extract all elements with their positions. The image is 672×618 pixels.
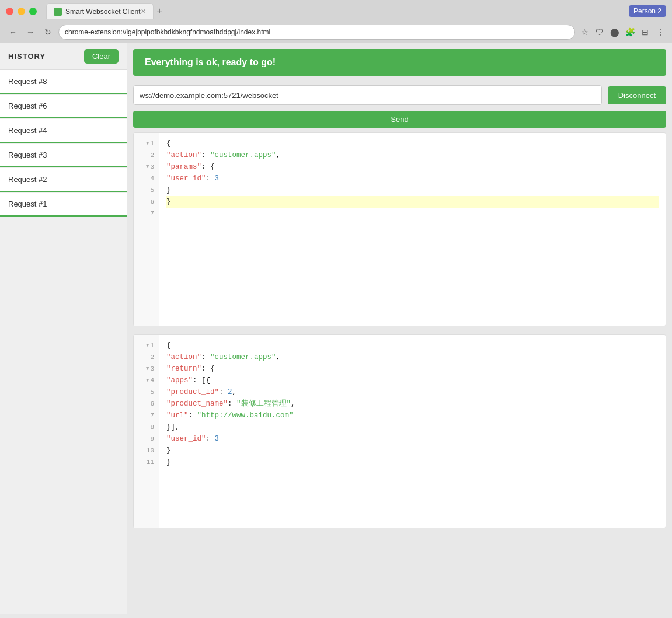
history-item[interactable]: Request #8: [0, 70, 127, 94]
shield-icon[interactable]: 🛡: [594, 26, 605, 38]
line-number: 5: [134, 184, 159, 196]
active-tab[interactable]: Smart Websocket Client ✕: [46, 3, 154, 19]
chrome-icon[interactable]: ⬤: [609, 26, 621, 38]
code-line: }: [166, 196, 659, 208]
connection-row: Disconnect: [127, 82, 672, 111]
history-item[interactable]: Request #4: [0, 119, 127, 143]
person-button[interactable]: Person 2: [629, 5, 666, 17]
back-button[interactable]: ←: [6, 25, 20, 39]
line-number: 7: [134, 410, 159, 421]
titlebar: Smart Websocket Client ✕ + Person 2: [0, 0, 672, 22]
fold-arrow-icon[interactable]: ▼: [146, 375, 149, 386]
code-line: {: [166, 138, 659, 149]
code-line: "user_id": 3: [166, 173, 659, 184]
code-line: "product_name": "装修工程管理",: [166, 398, 659, 410]
history-list: Request #8Request #6Request #4Request #3…: [0, 70, 127, 217]
code-line: "action": "customer.apps",: [166, 149, 659, 161]
fold-arrow-icon[interactable]: ▼: [146, 363, 149, 375]
tab-close-icon[interactable]: ✕: [141, 8, 146, 15]
request-panel: ▼12▼34567 { "action": "customer.apps", "…: [133, 132, 666, 326]
code-line: "apps": [{: [166, 375, 659, 386]
address-input[interactable]: [58, 25, 575, 40]
tab-favicon-icon: [54, 8, 62, 16]
forward-button[interactable]: →: [23, 25, 37, 39]
fold-arrow-icon[interactable]: ▼: [146, 340, 149, 351]
address-bar-row: ← → ↻ ☆ 🛡 ⬤ 🧩 ⊟ ⋮: [0, 22, 672, 43]
response-line-numbers: ▼12▼3▼4567891011: [134, 335, 159, 528]
code-line: [166, 208, 659, 219]
line-number: 10: [134, 445, 159, 456]
close-button[interactable]: [6, 8, 13, 15]
new-tab-button[interactable]: +: [157, 6, 162, 16]
ws-url-input[interactable]: [133, 85, 602, 105]
request-editor: ▼12▼34567 { "action": "customer.apps", "…: [134, 133, 666, 326]
sidebar-header: HISTORY Clear: [0, 43, 127, 70]
sidebar-title: HISTORY: [8, 52, 46, 61]
line-number: 2: [134, 351, 159, 363]
fold-arrow-icon[interactable]: ▼: [146, 161, 149, 173]
code-line: }: [166, 445, 659, 456]
request-code-content[interactable]: { "action": "customer.apps", "params": {…: [159, 133, 666, 326]
response-code-content: { "action": "customer.apps", "return": {…: [159, 335, 666, 528]
code-line: }],: [166, 421, 659, 433]
code-line: }: [166, 184, 659, 196]
star-icon[interactable]: ☆: [579, 26, 590, 38]
request-line-numbers: ▼12▼34567: [134, 133, 159, 326]
line-number: 11: [134, 456, 159, 468]
line-number: 7: [134, 208, 159, 219]
line-number: 2: [134, 149, 159, 161]
line-number: ▼4: [134, 375, 159, 386]
reload-button[interactable]: ↻: [41, 25, 55, 39]
line-number: 4: [134, 173, 159, 184]
line-number: 8: [134, 421, 159, 433]
code-line: "return": {: [166, 363, 659, 375]
line-number: ▼3: [134, 161, 159, 173]
toolbar-icons: ☆ 🛡 ⬤ 🧩 ⊟ ⋮: [579, 26, 666, 38]
code-line: "action": "customer.apps",: [166, 351, 659, 363]
window-controls[interactable]: [6, 8, 37, 15]
response-editor: ▼12▼3▼4567891011 { "action": "customer.a…: [134, 335, 666, 528]
main-content: Everything is ok, ready to go! Disconnec…: [127, 43, 672, 614]
cast-icon[interactable]: ⊟: [639, 26, 651, 38]
app-container: HISTORY Clear Request #8Request #6Reques…: [0, 43, 672, 614]
line-number: 6: [134, 196, 159, 208]
line-number: 6: [134, 398, 159, 410]
clear-button[interactable]: Clear: [84, 49, 119, 64]
line-number: ▼1: [134, 340, 159, 351]
status-banner: Everything is ok, ready to go!: [133, 49, 666, 76]
maximize-button[interactable]: [29, 8, 37, 15]
line-number: ▼3: [134, 363, 159, 375]
sidebar: HISTORY Clear Request #8Request #6Reques…: [0, 43, 127, 614]
tab-bar: Smart Websocket Client ✕ +: [46, 3, 162, 19]
line-number: ▼1: [134, 138, 159, 149]
history-item[interactable]: Request #3: [0, 144, 127, 167]
code-line: {: [166, 340, 659, 351]
line-number: 5: [134, 386, 159, 398]
line-number: 9: [134, 433, 159, 445]
fold-arrow-icon[interactable]: ▼: [146, 138, 149, 149]
disconnect-button[interactable]: Disconnect: [608, 86, 666, 104]
history-item[interactable]: Request #2: [0, 168, 127, 192]
tab-title: Smart Websocket Client: [65, 8, 141, 16]
code-line: "params": {: [166, 161, 659, 173]
code-line: "url": "http://www.baidu.com": [166, 410, 659, 421]
browser-chrome: Smart Websocket Client ✕ + Person 2 ← → …: [0, 0, 672, 43]
code-line: }: [166, 456, 659, 468]
code-line: "product_id": 2,: [166, 386, 659, 398]
minimize-button[interactable]: [18, 8, 25, 15]
history-item[interactable]: Request #1: [0, 193, 127, 217]
code-line: "user_id": 3: [166, 433, 659, 445]
puzzle-icon[interactable]: 🧩: [624, 26, 636, 38]
response-panel: ▼12▼3▼4567891011 { "action": "customer.a…: [133, 334, 666, 528]
history-item[interactable]: Request #6: [0, 95, 127, 118]
menu-icon[interactable]: ⋮: [654, 26, 666, 38]
send-button[interactable]: Send: [133, 111, 666, 128]
